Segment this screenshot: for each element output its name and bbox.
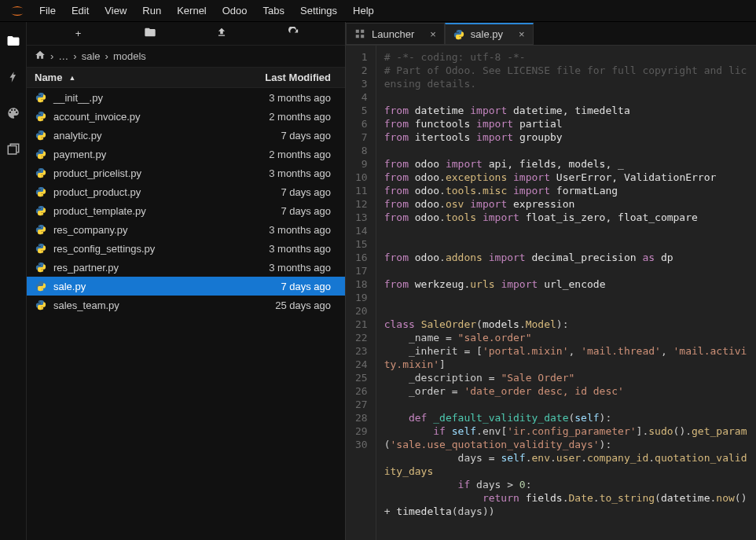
breadcrumb-sep: › bbox=[50, 50, 53, 62]
tab-label: sale.py bbox=[471, 28, 503, 40]
file-row[interactable]: res_company.py3 months ago bbox=[27, 220, 345, 239]
file-modified-label: 7 days ago bbox=[235, 205, 345, 217]
menu-file[interactable]: File bbox=[31, 2, 64, 20]
file-row[interactable]: payment.py2 months ago bbox=[27, 145, 345, 163]
palette-icon[interactable] bbox=[2, 101, 25, 126]
file-row[interactable]: product_pricelist.py3 months ago bbox=[27, 163, 345, 182]
menu-view[interactable]: View bbox=[97, 2, 134, 20]
file-modified-label: 3 months ago bbox=[235, 243, 345, 255]
file-name-label: __init__.py bbox=[53, 92, 235, 104]
svg-rect-4 bbox=[361, 35, 364, 38]
file-modified-label: 7 days ago bbox=[235, 186, 345, 198]
file-row[interactable]: product_product.py7 days ago bbox=[27, 182, 345, 201]
file-row[interactable]: res_config_settings.py3 months ago bbox=[27, 239, 345, 258]
file-row[interactable]: product_template.py7 days ago bbox=[27, 201, 345, 220]
python-icon bbox=[35, 280, 47, 292]
home-icon[interactable] bbox=[35, 50, 46, 63]
file-list: __init__.py3 months agoaccount_invoice.p… bbox=[27, 88, 345, 540]
file-modified-label: 3 months ago bbox=[235, 92, 345, 104]
file-modified-label: 2 months ago bbox=[235, 111, 345, 123]
menu-odoo[interactable]: Odoo bbox=[215, 2, 255, 20]
svg-rect-3 bbox=[356, 35, 359, 38]
new-folder-button[interactable] bbox=[138, 26, 163, 41]
breadcrumb-part[interactable]: … bbox=[58, 50, 68, 62]
breadcrumb-sep: › bbox=[105, 50, 108, 62]
svg-rect-2 bbox=[361, 30, 364, 33]
file-name-label: sales_team.py bbox=[53, 299, 235, 311]
breadcrumb-part[interactable]: sale bbox=[82, 50, 101, 62]
upload-button[interactable] bbox=[209, 27, 234, 40]
python-icon bbox=[35, 204, 47, 217]
file-row[interactable]: __init__.py3 months ago bbox=[27, 88, 345, 107]
launcher-icon bbox=[354, 28, 365, 39]
tab-label: Launcher bbox=[372, 28, 414, 40]
file-row[interactable]: sale.py7 days ago bbox=[27, 277, 345, 296]
file-row[interactable]: res_partner.py3 months ago bbox=[27, 258, 345, 277]
file-browser-toolbar: + bbox=[27, 22, 345, 46]
breadcrumb: › … › sale › models bbox=[27, 46, 345, 68]
running-icon[interactable] bbox=[2, 64, 25, 90]
line-gutter: 1234567891011121314151617181920212223242… bbox=[346, 46, 376, 540]
close-icon[interactable]: × bbox=[430, 28, 436, 40]
file-row[interactable]: account_invoice.py2 months ago bbox=[27, 107, 345, 126]
file-name-label: analytic.py bbox=[53, 130, 235, 141]
file-list-header: Name ▲ Last Modified bbox=[27, 68, 345, 88]
python-icon bbox=[35, 129, 47, 141]
python-icon bbox=[35, 167, 47, 179]
tab-launcher[interactable]: Launcher× bbox=[346, 23, 445, 45]
menu-settings[interactable]: Settings bbox=[292, 2, 345, 20]
code-editor[interactable]: 1234567891011121314151617181920212223242… bbox=[346, 46, 756, 540]
file-name-label: product_template.py bbox=[53, 205, 235, 217]
refresh-button[interactable] bbox=[281, 27, 306, 41]
python-icon bbox=[35, 186, 47, 198]
file-name-label: account_invoice.py bbox=[53, 111, 235, 123]
new-launcher-button[interactable]: + bbox=[66, 28, 91, 39]
sort-indicator-icon: ▲ bbox=[68, 74, 75, 82]
file-modified-label: 2 months ago bbox=[235, 149, 345, 160]
file-row[interactable]: sales_team.py25 days ago bbox=[27, 296, 345, 314]
python-icon bbox=[453, 29, 464, 40]
python-icon bbox=[35, 299, 47, 311]
file-row[interactable]: analytic.py7 days ago bbox=[27, 126, 345, 145]
tabs-icon[interactable] bbox=[2, 137, 25, 162]
breadcrumb-part[interactable]: models bbox=[113, 50, 146, 62]
file-name-label: sale.py bbox=[53, 281, 235, 292]
file-name-label: product_pricelist.py bbox=[53, 167, 235, 179]
menu-kernel[interactable]: Kernel bbox=[169, 2, 215, 20]
file-name-label: res_config_settings.py bbox=[53, 243, 235, 255]
menu-help[interactable]: Help bbox=[345, 2, 382, 20]
file-modified-label: 25 days ago bbox=[235, 299, 345, 311]
python-icon bbox=[35, 110, 47, 123]
python-icon bbox=[35, 242, 47, 255]
tab-sale-py[interactable]: sale.py× bbox=[445, 23, 534, 45]
close-icon[interactable]: × bbox=[519, 28, 525, 40]
python-icon bbox=[35, 148, 47, 160]
svg-rect-0 bbox=[8, 146, 17, 155]
file-name-label: res_company.py bbox=[53, 224, 235, 236]
side-dock bbox=[0, 22, 27, 540]
python-icon bbox=[35, 223, 47, 236]
file-modified-label: 3 months ago bbox=[235, 262, 345, 274]
menubar: FileEditViewRunKernelOdooTabsSettingsHel… bbox=[0, 0, 756, 22]
svg-rect-1 bbox=[356, 30, 359, 33]
menu-run[interactable]: Run bbox=[134, 2, 169, 20]
file-modified-label: 3 months ago bbox=[235, 167, 345, 179]
menu-tabs[interactable]: Tabs bbox=[255, 2, 292, 20]
jupyter-logo-icon[interactable] bbox=[8, 2, 27, 20]
menu-edit[interactable]: Edit bbox=[64, 2, 97, 20]
code-content[interactable]: # -*- coding: utf-8 -*-# Part of Odoo. S… bbox=[376, 46, 756, 540]
tab-bar: Launcher×sale.py× bbox=[346, 22, 756, 46]
header-modified-column[interactable]: Last Modified bbox=[235, 72, 345, 83]
file-modified-label: 7 days ago bbox=[235, 130, 345, 141]
breadcrumb-sep: › bbox=[73, 50, 76, 62]
file-name-label: res_partner.py bbox=[53, 262, 235, 274]
folder-icon[interactable] bbox=[2, 28, 25, 53]
file-modified-label: 3 months ago bbox=[235, 224, 345, 236]
header-name-column[interactable]: Name ▲ bbox=[27, 72, 235, 83]
python-icon bbox=[35, 91, 47, 104]
file-browser: + › … › sale › models bbox=[27, 22, 346, 540]
file-name-label: payment.py bbox=[53, 149, 235, 160]
file-name-label: product_product.py bbox=[53, 186, 235, 198]
file-modified-label: 7 days ago bbox=[235, 281, 345, 292]
editor-area: Launcher×sale.py× 1234567891011121314151… bbox=[346, 22, 756, 540]
